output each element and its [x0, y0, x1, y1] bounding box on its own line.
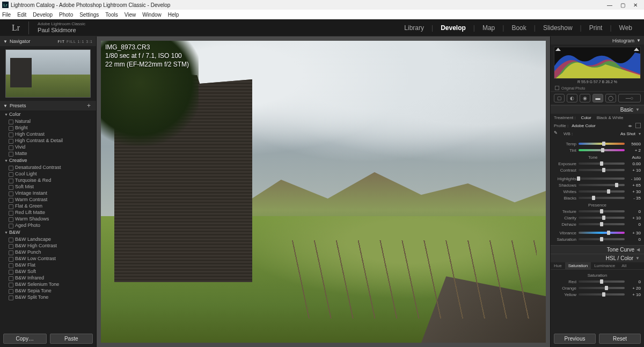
slider-track[interactable]	[579, 223, 625, 225]
menu-tools[interactable]: Tools	[105, 12, 118, 18]
add-preset-button[interactable]: +	[85, 102, 93, 109]
previous-button[interactable]: Previous	[554, 334, 596, 344]
wb-picker-icon[interactable]: ✎	[554, 130, 560, 137]
menu-photo[interactable]: Photo	[59, 12, 73, 18]
module-develop[interactable]: Develop	[441, 24, 466, 32]
preset-item[interactable]: Warm Shadows	[0, 216, 96, 222]
menu-edit[interactable]: Edit	[17, 12, 26, 18]
paste-button[interactable]: Paste	[50, 334, 93, 344]
profile-browser-icon[interactable]	[635, 123, 641, 128]
tone-curve-header[interactable]: Tone Curve ◀	[551, 245, 644, 254]
nav-mode-1-1[interactable]: 1:1	[78, 40, 85, 43]
nav-mode-fill[interactable]: FILL	[67, 40, 76, 43]
slider-track[interactable]	[579, 149, 625, 151]
spot-tool-icon[interactable]: ◐	[567, 94, 577, 102]
preset-item[interactable]: B&W Punch	[0, 249, 96, 255]
menu-view[interactable]: View	[125, 12, 136, 18]
module-library[interactable]: Library	[404, 24, 424, 32]
slider-track[interactable]	[579, 280, 625, 283]
treatment-color[interactable]: Color	[581, 115, 591, 120]
slider-track[interactable]	[579, 238, 625, 240]
auto-tone-button[interactable]: Auto	[632, 155, 641, 160]
preset-item[interactable]: Natural	[0, 118, 96, 124]
brush-tool-icon[interactable]: —○	[618, 94, 641, 102]
preset-item[interactable]: Flat & Green	[0, 203, 96, 209]
reset-button[interactable]: Reset	[599, 334, 641, 344]
preset-item[interactable]: B&W Split Tone	[0, 294, 96, 300]
navigator-thumbnail[interactable]	[5, 49, 91, 98]
preset-item[interactable]: B&W Landscape	[0, 236, 96, 242]
copy-button[interactable]: Copy…	[3, 334, 47, 344]
slider-track[interactable]	[579, 184, 625, 186]
hsl-tab-all[interactable]: All	[618, 262, 630, 269]
checkbox-icon[interactable]	[555, 86, 559, 90]
slider-track[interactable]	[579, 143, 625, 145]
nav-mode-ratio[interactable]: 3:1	[86, 40, 93, 43]
preset-group[interactable]: Color	[0, 110, 96, 118]
preset-item[interactable]: Turquoise & Red	[0, 177, 96, 183]
preset-item[interactable]: Soft Mist	[0, 183, 96, 190]
preset-item[interactable]: Red Lift Matte	[0, 209, 96, 216]
preset-item[interactable]: Vintage Instant	[0, 190, 96, 196]
slider-track[interactable]	[579, 293, 625, 296]
profile-value[interactable]: Adobe Color	[572, 123, 625, 128]
preset-item[interactable]: Vivid	[0, 144, 96, 150]
menu-settings[interactable]: Settings	[79, 12, 99, 18]
preset-item[interactable]: B&W Selenium Tone	[0, 281, 96, 287]
slider-track[interactable]	[579, 287, 625, 289]
preset-item[interactable]: Matte	[0, 150, 96, 157]
slider-track[interactable]	[579, 190, 625, 193]
slider-track[interactable]	[579, 197, 625, 199]
module-print[interactable]: Print	[589, 24, 603, 32]
close-button[interactable]: ✕	[629, 2, 642, 8]
slider-track[interactable]	[579, 163, 625, 165]
nav-mode-fit[interactable]: FIT	[58, 40, 65, 43]
hsl-header[interactable]: HSL / Color ▼	[551, 254, 644, 262]
hsl-tab-luminance[interactable]: Luminance	[591, 262, 618, 269]
redeye-tool-icon[interactable]: ◉	[580, 94, 590, 102]
hsl-tab-saturation[interactable]: Saturation	[565, 262, 591, 269]
preset-item[interactable]: Aged Photo	[0, 222, 96, 228]
module-map[interactable]: Map	[482, 24, 495, 32]
menu-window[interactable]: Window	[142, 12, 162, 18]
module-book[interactable]: Book	[511, 24, 526, 32]
basic-panel-header[interactable]: Basic ▼	[551, 105, 644, 114]
navigator-header[interactable]: ▼ Navigator FIT FILL 1:1 3:1	[0, 36, 96, 46]
slider-track[interactable]	[579, 169, 625, 171]
preset-item[interactable]: B&W Sepia Tone	[0, 287, 96, 294]
preset-item[interactable]: B&W High Contrast	[0, 242, 96, 249]
hsl-tab-hue[interactable]: Hue	[551, 262, 565, 269]
preset-item[interactable]: High Contrast	[0, 131, 96, 137]
preset-item[interactable]: Cool Light	[0, 171, 96, 177]
minimize-button[interactable]: —	[603, 2, 616, 8]
preset-item[interactable]: High Contrast & Detail	[0, 137, 96, 144]
original-photo-toggle[interactable]: Original Photo	[551, 85, 644, 91]
preset-item[interactable]: B&W Soft	[0, 268, 96, 275]
preset-item[interactable]: B&W Flat	[0, 262, 96, 268]
preset-item[interactable]: B&W Low Contrast	[0, 255, 96, 262]
menu-help[interactable]: Help	[168, 12, 179, 18]
module-slideshow[interactable]: Slideshow	[543, 24, 573, 32]
profile-nav-icon[interactable]: ◂▸	[628, 123, 632, 128]
crop-tool-icon[interactable]: ▢	[554, 94, 565, 102]
histogram-chart[interactable]	[554, 47, 641, 79]
slider-track[interactable]	[579, 178, 625, 180]
slider-track[interactable]	[579, 210, 625, 212]
wb-value[interactable]: As Shot	[620, 131, 635, 136]
dropdown-icon[interactable]: ▾	[639, 131, 641, 136]
menu-develop[interactable]: Develop	[33, 12, 53, 18]
preset-group[interactable]: Creative	[0, 157, 96, 164]
preset-group[interactable]: B&W	[0, 228, 96, 236]
histogram-header[interactable]: Histogram ▼	[551, 36, 644, 45]
presets-header[interactable]: ▼ Presets +	[0, 101, 96, 110]
image-canvas[interactable]: IMG_8973.CR3 1/80 sec at f / 7.1, ISO 10…	[97, 36, 550, 347]
preset-item[interactable]: Desaturated Contrast	[0, 164, 96, 171]
treatment-bw[interactable]: Black & White	[597, 115, 624, 120]
menu-file[interactable]: File	[2, 12, 11, 18]
gradient-tool-icon[interactable]: ▬	[592, 94, 603, 102]
preset-item[interactable]: Bright	[0, 124, 96, 131]
preset-item[interactable]: B&W Infrared	[0, 275, 96, 281]
radial-tool-icon[interactable]: ◯	[605, 94, 616, 102]
slider-track[interactable]	[579, 217, 625, 219]
slider-track[interactable]	[579, 232, 625, 234]
